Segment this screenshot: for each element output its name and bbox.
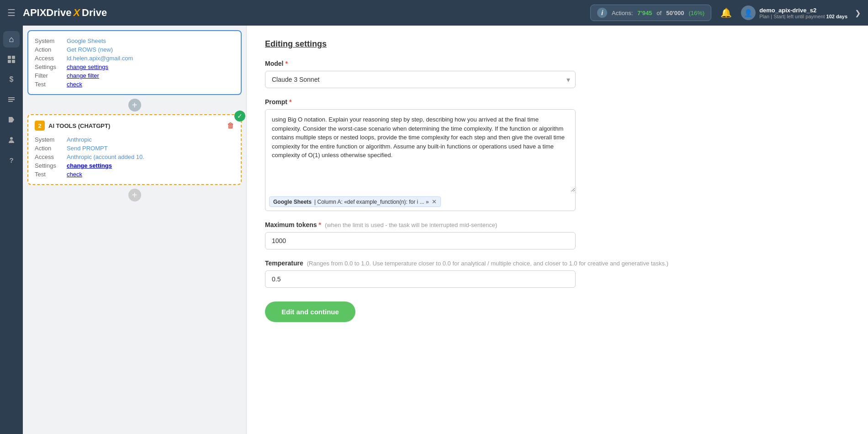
prompt-textarea[interactable]	[265, 110, 575, 192]
remove-tag-icon[interactable]: ✕	[432, 198, 437, 205]
card2-settings-label: Settings	[35, 161, 67, 170]
card1-access-label: Access	[35, 54, 67, 63]
card2-title: AI TOOLS (CHATGPT)	[48, 122, 223, 129]
sidebar: ⌂ $ ?	[0, 26, 23, 434]
user-menu[interactable]: 👤 demo_apix-drive_s2 Plan | Start| left …	[741, 5, 861, 20]
card1-system-row: System Google Sheets	[35, 37, 234, 45]
actions-count: 7'945	[637, 10, 652, 16]
sidebar-item-help[interactable]: ?	[3, 152, 20, 168]
card2-table: System Anthropic Action Send PROMPT Acce…	[35, 135, 234, 179]
actions-total: 50'000	[666, 10, 684, 16]
logo-drive: Drive	[82, 7, 107, 19]
card2-action-label: Action	[35, 144, 67, 153]
sidebar-item-billing[interactable]: $	[3, 71, 20, 88]
card2-system-value: Anthropic	[67, 135, 234, 144]
actions-pct: (16%)	[688, 10, 704, 16]
card2-access-row: Access Anthropic (account added 10.	[35, 153, 234, 161]
delete-card2-button[interactable]: 🗑	[227, 122, 234, 130]
model-section: Model * Claude 3 SonnetClaude 3 OpusClau…	[265, 60, 850, 88]
user-info: demo_apix-drive_s2 Plan | Start| left un…	[759, 7, 847, 19]
actions-badge: i Actions: 7'945 of 50'000 (16%)	[590, 5, 711, 21]
model-select[interactable]: Claude 3 SonnetClaude 3 OpusClaude 3 Hai…	[265, 71, 576, 88]
card1-access-value: ld.helen.apix@gmail.com	[67, 54, 234, 63]
workflow-card-2: ✓ 2 AI TOOLS (CHATGPT) 🗑 System Anthropi…	[27, 114, 242, 185]
card2-test-label: Test	[35, 170, 67, 179]
sidebar-item-video[interactable]	[3, 111, 20, 128]
prompt-label: Prompt *	[265, 98, 850, 106]
prompt-tag[interactable]: Google Sheets | Column A: «def example_f…	[269, 196, 441, 207]
card1-filter-label: Filter	[35, 71, 67, 80]
info-icon: i	[597, 8, 607, 18]
prompt-tag-value: | Column A: «def example_function(n): fo…	[314, 199, 429, 205]
sidebar-item-home[interactable]: ⌂	[3, 31, 20, 48]
prompt-section: Prompt * Google Sheets | Column A: «def …	[265, 98, 850, 211]
model-required: *	[285, 60, 287, 67]
card1-filter-row: Filter change filter	[35, 71, 234, 80]
avatar: 👤	[741, 5, 756, 20]
card1-settings-row: Settings change settings	[35, 63, 234, 71]
prompt-textarea-container: Google Sheets | Column A: «def example_f…	[265, 109, 576, 211]
workflow-card-1: System Google Sheets Action Get ROWS (ne…	[27, 30, 242, 95]
chevron-down-icon[interactable]: ❯	[855, 9, 861, 17]
card2-test-row: Test check	[35, 170, 234, 179]
svg-point-4	[10, 137, 13, 140]
bell-icon[interactable]: 🔔	[719, 5, 734, 20]
temperature-label: Temperature (Ranges from 0.0 to 1.0. Use…	[265, 259, 850, 267]
card1-action-row: Action Get ROWS (new)	[35, 45, 234, 54]
sidebar-item-user[interactable]	[3, 132, 20, 148]
card1-test-row: Test check	[35, 80, 234, 89]
sidebar-item-tools[interactable]	[3, 91, 20, 108]
card-check-icon: ✓	[234, 111, 245, 122]
svg-rect-0	[8, 56, 11, 59]
svg-rect-3	[12, 60, 15, 63]
plan-info: Plan | Start| left until payment 102 day…	[759, 14, 847, 19]
prompt-required: *	[289, 98, 291, 106]
model-label: Model *	[265, 60, 850, 67]
hamburger-icon[interactable]: ☰	[7, 7, 16, 18]
card2-number: 2	[35, 121, 45, 131]
card2-system-label: System	[35, 135, 67, 144]
card2-test-value[interactable]: check	[67, 170, 234, 179]
card2-header: 2 AI TOOLS (CHATGPT) 🗑	[35, 121, 234, 131]
max-tokens-required: *	[319, 221, 321, 228]
add-step-button-2[interactable]: +	[128, 189, 141, 201]
card2-settings-value[interactable]: change settings	[67, 161, 234, 170]
svg-rect-1	[12, 56, 15, 59]
actions-of: of	[656, 10, 662, 16]
max-tokens-section: Maximum tokens * (when the limit is used…	[265, 221, 850, 249]
left-panel: System Google Sheets Action Get ROWS (ne…	[23, 26, 247, 434]
card2-settings-row: Settings change settings	[35, 161, 234, 170]
editing-settings-title: Editing settings	[265, 39, 850, 49]
card1-action-value: Get ROWS (new)	[67, 45, 234, 54]
prompt-tag-label: Google Sheets	[273, 199, 312, 205]
add-step-button-1[interactable]: +	[128, 99, 141, 111]
edit-continue-button[interactable]: Edit and continue	[265, 302, 355, 322]
temperature-section: Temperature (Ranges from 0.0 to 1.0. Use…	[265, 259, 850, 288]
temperature-hint: (Ranges from 0.0 to 1.0. Use temperature…	[307, 260, 668, 267]
actions-label: Actions:	[612, 10, 633, 16]
topnav: ☰ APIXDriveXDrive i Actions: 7'945 of 50…	[0, 0, 868, 26]
card1-system-label: System	[35, 37, 67, 45]
svg-rect-2	[8, 60, 11, 63]
card2-system-row: System Anthropic	[35, 135, 234, 144]
card1-settings-label: Settings	[35, 63, 67, 71]
max-tokens-input[interactable]	[265, 232, 576, 249]
card2-access-label: Access	[35, 153, 67, 161]
main-layout: ⌂ $ ? System Google Sheets Action	[0, 26, 868, 434]
card1-settings-value[interactable]: change settings	[67, 63, 234, 71]
card1-test-label: Test	[35, 80, 67, 89]
card1-system-value: Google Sheets	[67, 37, 234, 45]
max-tokens-label: Maximum tokens * (when the limit is used…	[265, 221, 850, 228]
logo-x: X	[73, 7, 80, 19]
max-tokens-hint: (when the limit is used - the task will …	[325, 222, 497, 228]
sidebar-item-dashboard[interactable]	[3, 51, 20, 68]
card1-filter-value[interactable]: change filter	[67, 71, 234, 80]
logo-api: APIXDrive	[23, 7, 71, 19]
card2-access-value: Anthropic (account added 10.	[67, 153, 234, 161]
username: demo_apix-drive_s2	[759, 7, 847, 14]
model-select-wrapper: Claude 3 SonnetClaude 3 OpusClaude 3 Hai…	[265, 71, 576, 88]
logo[interactable]: APIXDriveXDrive	[23, 7, 107, 19]
card1-test-value[interactable]: check	[67, 80, 234, 89]
card2-action-row: Action Send PROMPT	[35, 144, 234, 153]
temperature-input[interactable]	[265, 270, 576, 288]
